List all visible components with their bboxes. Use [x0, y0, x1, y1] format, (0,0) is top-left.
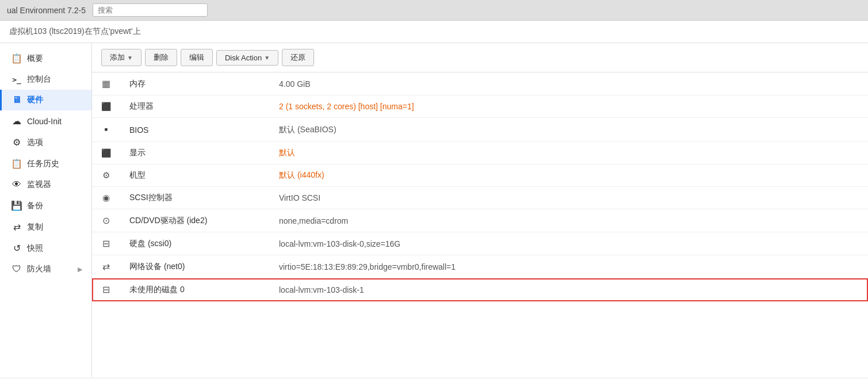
- net-icon: ⇄: [102, 262, 110, 271]
- display-icon: ⬛: [101, 148, 111, 158]
- scsi-icon: ◉: [102, 193, 110, 202]
- unuseddisk-icon: ⊟: [102, 285, 110, 294]
- monitor-icon: 👁: [11, 179, 22, 190]
- row-name-cell: 内存: [120, 72, 270, 95]
- bios-icon: ▪: [104, 124, 108, 135]
- sidebar-item-console[interactable]: >_ 控制台: [0, 69, 91, 90]
- sidebar-item-options[interactable]: ⚙ 选项: [0, 132, 91, 153]
- row-value-cell: local-lvm:vm-103-disk-0,size=16G: [270, 232, 868, 255]
- replicate-icon: ⇄: [11, 221, 22, 232]
- row-value-cell: 默认: [270, 142, 868, 164]
- row-name-cell: 硬盘 (scsi0): [120, 232, 270, 255]
- cdvd-icon: ⊙: [102, 216, 110, 225]
- row-icon-cell: ⇄: [92, 255, 120, 278]
- row-name-cell: 处理器: [120, 95, 270, 118]
- top-bar: ual Environment 7.2-5: [0, 0, 868, 21]
- row-name-cell: 网络设备 (net0): [120, 255, 270, 278]
- hardware-table: ▦ 内存 4.00 GiB ⬛ 处理器 2 (1 sockets, 2 core…: [92, 72, 868, 301]
- chevron-right-icon: ▶: [78, 266, 82, 273]
- disk-action-dropdown-icon: ▼: [264, 55, 270, 61]
- disk-icon: ⊟: [102, 239, 110, 248]
- row-icon-cell: ▦: [92, 72, 120, 95]
- row-value-cell: local-lvm:vm-103-disk-1: [270, 278, 868, 301]
- overview-icon: 📋: [11, 53, 22, 64]
- add-dropdown-icon: ▼: [127, 55, 133, 61]
- row-icon-cell: ⊟: [92, 278, 120, 301]
- sidebar: 📋 概要 >_ 控制台 🖥 硬件 ☁ Cloud-Init ⚙ 选项 📋 任务历…: [0, 43, 92, 377]
- row-icon-cell: ▪: [92, 118, 120, 142]
- table-row[interactable]: ⚙ 机型 默认 (i440fx): [92, 164, 868, 187]
- firewall-icon: 🛡: [11, 264, 22, 274]
- cloudinit-icon: ☁: [11, 116, 22, 127]
- toolbar: 添加 ▼ 删除 编辑 Disk Action ▼ 还原: [92, 43, 868, 72]
- revert-button[interactable]: 还原: [282, 49, 314, 66]
- table-row[interactable]: ⬛ 处理器 2 (1 sockets, 2 cores) [host] [num…: [92, 95, 868, 118]
- table-row[interactable]: ⊟ 未使用的磁盘 0 local-lvm:vm-103-disk-1: [92, 278, 868, 301]
- breadcrumb: 虚拟机103 (ltsc2019)在节点'pvewt'上: [0, 21, 868, 43]
- row-icon-cell: ◉: [92, 187, 120, 209]
- sidebar-item-overview[interactable]: 📋 概要: [0, 48, 91, 69]
- row-icon-cell: ⊟: [92, 232, 120, 255]
- sidebar-item-replicate[interactable]: ⇄ 复制: [0, 216, 91, 238]
- row-value-cell: 默认 (i440fx): [270, 164, 868, 187]
- table-row[interactable]: ⇄ 网络设备 (net0) virtio=5E:18:13:E9:89:29,b…: [92, 255, 868, 278]
- row-value-cell: 2 (1 sockets, 2 cores) [host] [numa=1]: [270, 95, 868, 118]
- table-row[interactable]: ▪ BIOS 默认 (SeaBIOS): [92, 118, 868, 142]
- delete-button[interactable]: 删除: [145, 49, 177, 66]
- row-icon-cell: ⚙: [92, 164, 120, 187]
- row-name-cell: 机型: [120, 164, 270, 187]
- table-row[interactable]: ◉ SCSI控制器 VirtIO SCSI: [92, 187, 868, 209]
- sidebar-item-hardware[interactable]: 🖥 硬件: [0, 90, 91, 110]
- row-name-cell: BIOS: [120, 118, 270, 142]
- row-name-cell: SCSI控制器: [120, 187, 270, 209]
- sidebar-item-backup[interactable]: 💾 备份: [0, 195, 91, 216]
- cpu-icon: ⬛: [101, 102, 111, 111]
- main-layout: 📋 概要 >_ 控制台 🖥 硬件 ☁ Cloud-Init ⚙ 选项 📋 任务历…: [0, 43, 868, 377]
- search-input[interactable]: [93, 3, 208, 17]
- backup-icon: 💾: [11, 200, 22, 211]
- row-value-cell: 4.00 GiB: [270, 72, 868, 95]
- row-value-cell: none,media=cdrom: [270, 209, 868, 232]
- row-name-cell: 未使用的磁盘 0: [120, 278, 270, 301]
- hardware-icon: 🖥: [11, 95, 22, 105]
- row-name-cell: CD/DVD驱动器 (ide2): [120, 209, 270, 232]
- content-area: 添加 ▼ 删除 编辑 Disk Action ▼ 还原 ▦ 内存 4.: [92, 43, 868, 377]
- options-icon: ⚙: [11, 137, 22, 148]
- add-button[interactable]: 添加 ▼: [101, 49, 142, 66]
- mem-icon: ▦: [102, 79, 110, 89]
- sidebar-item-snapshot[interactable]: ↺ 快照: [0, 238, 91, 259]
- snapshot-icon: ↺: [11, 243, 22, 254]
- disk-action-button[interactable]: Disk Action ▼: [216, 50, 278, 66]
- row-value-cell: 默认 (SeaBIOS): [270, 118, 868, 142]
- edit-button[interactable]: 编辑: [181, 49, 213, 66]
- table-row[interactable]: ⬛ 显示 默认: [92, 142, 868, 164]
- machine-icon: ⚙: [102, 170, 110, 180]
- taskhistory-icon: 📋: [11, 158, 22, 169]
- table-row[interactable]: ⊙ CD/DVD驱动器 (ide2) none,media=cdrom: [92, 209, 868, 232]
- sidebar-item-monitor[interactable]: 👁 监视器: [0, 174, 91, 195]
- app-title: ual Environment 7.2-5: [7, 6, 86, 15]
- row-icon-cell: ⬛: [92, 142, 120, 164]
- sidebar-item-cloudinit[interactable]: ☁ Cloud-Init: [0, 110, 91, 132]
- console-icon: >_: [11, 75, 22, 84]
- row-name-cell: 显示: [120, 142, 270, 164]
- row-icon-cell: ⬛: [92, 95, 120, 118]
- table-row[interactable]: ⊟ 硬盘 (scsi0) local-lvm:vm-103-disk-0,siz…: [92, 232, 868, 255]
- sidebar-item-firewall[interactable]: 🛡 防火墙 ▶: [0, 259, 91, 280]
- table-row[interactable]: ▦ 内存 4.00 GiB: [92, 72, 868, 95]
- row-icon-cell: ⊙: [92, 209, 120, 232]
- sidebar-item-taskhistory[interactable]: 📋 任务历史: [0, 153, 91, 174]
- row-value-cell: virtio=5E:18:13:E9:89:29,bridge=vmbr0,fi…: [270, 255, 868, 278]
- row-value-cell: VirtIO SCSI: [270, 187, 868, 209]
